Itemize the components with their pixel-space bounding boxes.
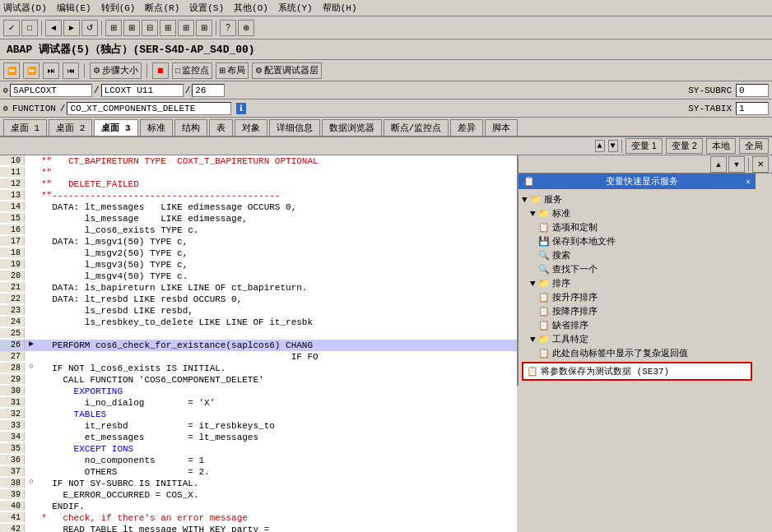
sy-subrc-field[interactable]: 0 bbox=[736, 84, 769, 97]
tree-sort[interactable]: ▼ 📁 排序 bbox=[522, 276, 752, 290]
title-bar: ABAP 调试器(5)（独占）(SER-S4D-AP_S4D_00) bbox=[0, 39, 772, 60]
line-number: 17 bbox=[0, 236, 25, 246]
program-field[interactable]: SAPLCOXT bbox=[10, 84, 92, 97]
toolbar-btn-8[interactable]: ⊞ bbox=[178, 20, 194, 36]
toolbar-btn-3[interactable]: ↺ bbox=[81, 20, 98, 36]
table-row: 31 i_no_dialog = 'X' bbox=[0, 397, 517, 409]
tree-item-customize[interactable]: 📋 选项和定制 bbox=[522, 220, 752, 234]
func-type-icon: ⚙ bbox=[3, 104, 8, 113]
expand-icon-standard: ▼ bbox=[530, 209, 536, 219]
menu-settings[interactable]: 设置(S) bbox=[189, 2, 224, 14]
tree-item-save[interactable]: 💾 保存到本地文件 bbox=[522, 234, 752, 248]
menu-system[interactable]: 系统(Y) bbox=[278, 2, 313, 14]
var-panel-title-icon: 📋 bbox=[523, 176, 535, 187]
toolbar-btn-2[interactable]: □ bbox=[21, 20, 38, 36]
tab-object[interactable]: 对象 bbox=[235, 119, 267, 136]
sy-tabix-field[interactable]: 1 bbox=[736, 102, 769, 115]
include-field[interactable]: LCOXT U11 bbox=[101, 84, 184, 97]
tab-desktop2[interactable]: 桌面 2 bbox=[49, 119, 92, 136]
toolbar-btn-4[interactable]: ⊞ bbox=[105, 20, 122, 36]
toolbar-btn-11[interactable]: ⊕ bbox=[238, 20, 254, 36]
toolbar-btn-5[interactable]: ⊞ bbox=[123, 20, 140, 36]
local-btn[interactable]: 本地 bbox=[706, 138, 736, 154]
menu-breakpoint[interactable]: 断点(R) bbox=[145, 2, 179, 14]
tab-desktop3[interactable]: 桌面 3 bbox=[94, 119, 137, 136]
tree-sort-asc[interactable]: 📋 按升序排序 bbox=[522, 290, 752, 304]
menu-other[interactable]: 其他(O) bbox=[234, 2, 268, 14]
tree-sort-desc[interactable]: 📋 按降序排序 bbox=[522, 304, 752, 318]
tab-bar: 桌面 1 桌面 2 桌面 3 标准 结构 表 对象 详细信息 数据浏览器 断点/… bbox=[0, 118, 772, 137]
step-size-btn[interactable]: ⚙ 步骤大小 bbox=[90, 62, 142, 79]
toolbar-btn-fwd[interactable]: ► bbox=[63, 20, 80, 36]
tree-sort-default[interactable]: 📋 缺省排序 bbox=[522, 318, 752, 332]
info-btn[interactable]: ℹ bbox=[236, 103, 246, 114]
tree-tools[interactable]: ▼ 📁 工具特定 bbox=[522, 332, 752, 346]
debug-btn-4[interactable]: ⏮ bbox=[63, 62, 79, 79]
toolbar-btn-1[interactable]: ✓ bbox=[3, 20, 20, 36]
table-row: 10 *" CT_BAPIRETURN TYPE COXT_T_BAPIRETU… bbox=[0, 155, 517, 167]
standard-label: 标准 bbox=[552, 207, 570, 220]
toolbar-btn-6[interactable]: ⊟ bbox=[142, 20, 158, 36]
debug-btn-1[interactable]: ⏩ bbox=[3, 62, 20, 79]
tab-desktop1[interactable]: 桌面 1 bbox=[3, 119, 47, 136]
tree-tool-save-test[interactable]: 📋 将参数保存为测试数据 (SE37) bbox=[522, 362, 752, 381]
tab-standard[interactable]: 标准 bbox=[140, 119, 173, 136]
line-number: 19 bbox=[0, 259, 25, 269]
layout-btn[interactable]: ⊞ 布局 bbox=[216, 62, 249, 79]
var2-btn[interactable]: 变量 2 bbox=[666, 138, 703, 154]
line-marker: ○ bbox=[25, 363, 38, 371]
menu-help[interactable]: 帮助(H) bbox=[323, 2, 357, 14]
var-panel-scroll-up[interactable]: ▲ bbox=[710, 156, 727, 173]
main-content: 10 *" CT_BAPIRETURN TYPE COXT_T_BAPIRETU… bbox=[0, 155, 772, 532]
tree-item-search[interactable]: 🔍 搜索 bbox=[522, 248, 752, 262]
line-content: DATA: lt_resbd LIKE resbd OCCURS 0, bbox=[38, 294, 242, 304]
item-icon-2: 💾 bbox=[538, 236, 550, 247]
stop-btn[interactable]: ⏹ bbox=[152, 62, 169, 79]
tab-diff[interactable]: 差异 bbox=[450, 119, 483, 136]
full-btn[interactable]: 全局 bbox=[739, 138, 769, 154]
scroll-up-btn[interactable]: ▲ bbox=[595, 140, 605, 152]
tab-table[interactable]: 表 bbox=[209, 119, 233, 136]
table-row: 15 ls_message LIKE edimessage, bbox=[0, 213, 517, 224]
function-field[interactable]: CO_XT_COMPONENTS_DELETE bbox=[67, 102, 231, 115]
var-panel-tree[interactable]: ▼ 📁 服务 ▼ 📁 标准 📋 选项和定制 💾 bbox=[519, 189, 756, 386]
toolbar-btn-7[interactable]: ⊞ bbox=[160, 20, 176, 36]
tab-script[interactable]: 脚本 bbox=[485, 119, 518, 136]
debug-btn-2[interactable]: ⏩ bbox=[23, 62, 40, 79]
fields-row-1: ⚙ SAPLCOXT / LCOXT U11 / 26 SY-SUBRC 0 bbox=[0, 81, 772, 99]
sep bbox=[748, 158, 749, 171]
line-marker: ○ bbox=[25, 478, 38, 486]
menu-debugger[interactable]: 调试器(D) bbox=[3, 2, 47, 14]
var-panel-title: 📋 变量快速显示服务 ✕ bbox=[519, 173, 756, 189]
var1-btn[interactable]: 变量 1 bbox=[626, 138, 663, 154]
tab-structure[interactable]: 结构 bbox=[174, 119, 207, 136]
config-btn[interactable]: ⚙ 配置调试器层 bbox=[252, 62, 322, 79]
toolbar-sep-2 bbox=[101, 21, 102, 35]
toolbar-btn-9[interactable]: ⊞ bbox=[196, 20, 212, 36]
services-label: 服务 bbox=[544, 193, 562, 206]
toolbar-sep-3 bbox=[216, 21, 216, 35]
tab-data-browser[interactable]: 数据浏览器 bbox=[322, 119, 382, 136]
tree-item-find-next[interactable]: 🔍 查找下一个 bbox=[522, 262, 752, 276]
line-content: ls_resbd LIKE resbd, bbox=[38, 305, 193, 316]
tree-standard[interactable]: ▼ 📁 标准 bbox=[522, 206, 752, 220]
menu-edit[interactable]: 编辑(E) bbox=[57, 2, 91, 14]
toolbar-sep-1 bbox=[41, 21, 42, 35]
var-panel-close-x[interactable]: ✕ bbox=[752, 156, 769, 173]
toolbar-btn-back[interactable]: ◄ bbox=[45, 20, 62, 36]
tree-services[interactable]: ▼ 📁 服务 bbox=[522, 192, 752, 206]
toolbar-btn-10[interactable]: ? bbox=[220, 20, 236, 36]
var-panel-close-btn[interactable]: ✕ bbox=[746, 177, 751, 187]
tree-tool-complex[interactable]: 📋 此处自动标签中显示了复杂返回值 bbox=[522, 346, 752, 360]
line-number: 35 bbox=[0, 443, 25, 453]
line-field[interactable]: 26 bbox=[192, 84, 225, 97]
tab-breakpoints[interactable]: 断点/监控点 bbox=[384, 119, 449, 136]
code-editor[interactable]: 10 *" CT_BAPIRETURN TYPE COXT_T_BAPIRETU… bbox=[0, 155, 517, 532]
line-content: l_msgv2(50) TYPE c, bbox=[38, 247, 188, 258]
scroll-down-btn[interactable]: ▼ bbox=[608, 140, 618, 152]
menu-goto[interactable]: 转到(G) bbox=[101, 2, 136, 14]
debug-btn-3[interactable]: ⏭ bbox=[43, 62, 59, 79]
tab-detail[interactable]: 详细信息 bbox=[269, 119, 320, 136]
var-panel-scroll-down[interactable]: ▼ bbox=[728, 156, 745, 173]
monitor-btn[interactable]: □ 监控点 bbox=[172, 62, 212, 79]
